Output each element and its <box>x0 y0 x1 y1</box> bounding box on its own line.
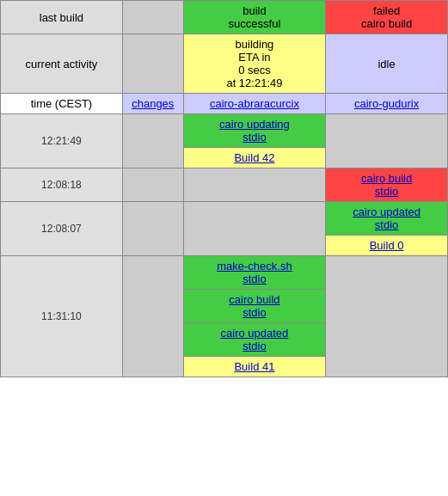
time-cell-12-08-07: 12:08:07 <box>1 202 123 256</box>
changes-cell-1 <box>122 114 183 168</box>
table-row: 12:08:18 cairo buildstdio <box>1 168 448 202</box>
changes-link[interactable]: changes <box>132 97 174 110</box>
cairo-build-green-cell[interactable]: cairo buildstdio <box>183 290 325 323</box>
build-successful-text: buildsuccessful <box>229 4 281 30</box>
last-build-changes-empty <box>122 1 183 34</box>
empty-gud-4 <box>326 256 448 377</box>
build-42-link[interactable]: Build 42 <box>234 151 274 164</box>
time-cell-12-08-18: 12:08:18 <box>1 168 123 202</box>
cairo-build-green-link[interactable]: cairo buildstdio <box>229 293 279 319</box>
failed-cairo-build-cell: failedcairo build <box>326 1 448 34</box>
current-activity-row: current activity buildingETA in0 secsat … <box>1 34 448 94</box>
build-successful-cell: buildsuccessful <box>183 1 325 34</box>
last-build-row: last build buildsuccessful failedcairo b… <box>1 1 448 34</box>
table-row: 11:31:10 make-check.shstdio <box>1 256 448 290</box>
table-row: 12:21:49 cairo updatingstdio <box>1 114 448 148</box>
cairo-updating-stdio-cell[interactable]: cairo updatingstdio <box>183 114 325 148</box>
cairo-updated-green-link[interactable]: cairo updatedstdio <box>221 327 289 352</box>
building-eta-text: buildingETA in0 secsat 12:21:49 <box>226 38 282 89</box>
failed-cairo-build-text: failedcairo build <box>361 4 412 30</box>
build-0-cell[interactable]: Build 0 <box>326 236 448 256</box>
cairo-gud-link[interactable]: cairo-gudurix <box>354 97 419 110</box>
table-row: 12:08:07 cairo updatedstdio <box>1 202 448 236</box>
cairo-updated-stdio-cell[interactable]: cairo updatedstdio <box>326 202 448 236</box>
current-activity-changes-empty <box>122 34 183 94</box>
make-check-link[interactable]: make-check.shstdio <box>217 260 292 285</box>
main-table: last build buildsuccessful failedcairo b… <box>0 0 448 377</box>
changes-cell-4 <box>122 256 183 377</box>
build-41-link[interactable]: Build 41 <box>234 360 274 373</box>
cairo-updated-stdio-link[interactable]: cairo updatedstdio <box>353 205 420 231</box>
time-header: time (CEST) <box>1 94 123 114</box>
cairo-build-stdio-red-cell[interactable]: cairo buildstdio <box>326 168 448 202</box>
time-value: 12:08:18 <box>41 179 82 191</box>
time-header-text: time (CEST) <box>31 97 93 110</box>
empty-gud-1 <box>326 114 448 168</box>
idle-text: idle <box>377 58 395 70</box>
cairo-abra-header[interactable]: cairo-abraracurcix <box>183 94 325 114</box>
changes-cell-2 <box>122 168 183 202</box>
cairo-build-stdio-red-link[interactable]: cairo buildstdio <box>361 172 412 198</box>
time-value: 11:31:10 <box>41 310 82 322</box>
make-check-cell[interactable]: make-check.shstdio <box>183 256 325 290</box>
changes-header[interactable]: changes <box>122 94 183 114</box>
empty-abra-2 <box>183 168 325 202</box>
cairo-updating-stdio-link[interactable]: cairo updatingstdio <box>219 118 290 144</box>
current-activity-label: current activity <box>1 34 123 94</box>
idle-cell: idle <box>326 34 448 94</box>
time-value: 12:21:49 <box>41 135 82 147</box>
building-eta-cell: buildingETA in0 secsat 12:21:49 <box>183 34 325 94</box>
time-value: 12:08:07 <box>41 223 82 235</box>
empty-abra-3 <box>183 202 325 256</box>
build-42-cell[interactable]: Build 42 <box>183 148 325 168</box>
cairo-abra-link[interactable]: cairo-abraracurcix <box>210 97 299 110</box>
last-build-label: last build <box>1 1 123 34</box>
changes-cell-3 <box>122 202 183 256</box>
build-41-cell[interactable]: Build 41 <box>183 357 325 377</box>
build-0-link[interactable]: Build 0 <box>370 239 404 252</box>
time-cell-12-21-49: 12:21:49 <box>1 114 123 168</box>
cairo-updated-green-cell[interactable]: cairo updatedstdio <box>183 323 325 357</box>
cairo-gud-header[interactable]: cairo-gudurix <box>326 94 448 114</box>
column-header-row: time (CEST) changes cairo-abraracurcix c… <box>1 94 448 114</box>
time-cell-11-31-10: 11:31:10 <box>1 256 123 377</box>
